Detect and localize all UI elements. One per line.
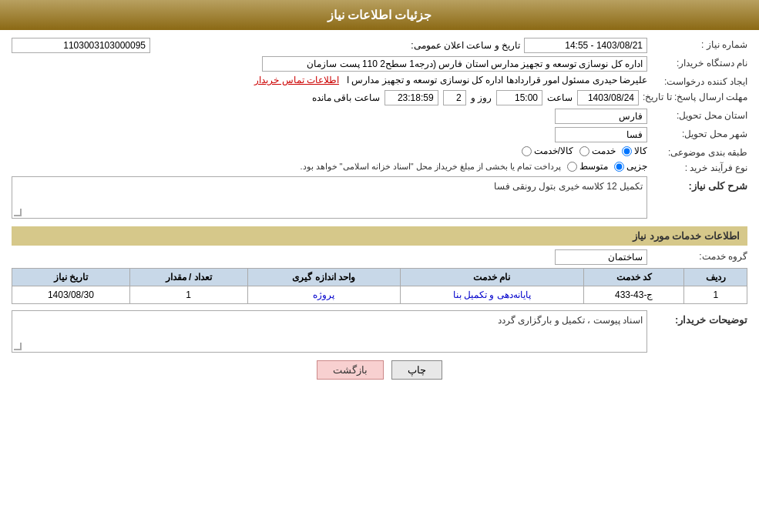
category-kala-khedmat-radio[interactable] [522, 146, 532, 156]
city-value: فسا [555, 127, 647, 142]
province-value-container: فارس [12, 109, 647, 124]
purchase-type-option-jozii[interactable]: جزیی [614, 161, 647, 172]
col-unit: واحد اندازه گیری [247, 269, 400, 286]
purchase-type-row: نوع فرآیند خرید : جزیی متوسط پرداخت تمام… [12, 161, 747, 173]
buyer-name-row: نام دستگاه خریدار: اداره کل نوسازی توسعه… [12, 56, 747, 72]
province-label: استان محل تحویل: [647, 109, 747, 121]
buyer-desc-label: توضیحات خریدار: [647, 310, 747, 326]
cell-name: پایانه‌دهی و تکمیل بنا [400, 286, 583, 304]
need-number-value: 1103003103000095 [12, 38, 150, 53]
page-wrapper: جزئیات اطلاعات نیاز شماره نیاز : 1103003… [0, 0, 759, 532]
purchase-type-jozii-radio[interactable] [614, 162, 624, 172]
purchase-type-motavaset-label: متوسط [579, 161, 608, 172]
purchase-type-motavaset-radio[interactable] [567, 162, 577, 172]
need-number-value-container: 1103003103000095 1403/08/21 - 14:55 تاری… [12, 38, 647, 53]
deadline-time-label: ساعت [547, 92, 573, 103]
buyer-name-value: اداره کل نوسازی توسعه و تجهیز مدارس استا… [262, 56, 647, 72]
purchase-type-note: پرداخت تمام یا بخشی از مبلغ خریداز محل "… [300, 162, 561, 172]
category-kala-khedmat-label: کالا/خدمت [534, 146, 573, 156]
category-label: طبقه بندی موضوعی: [647, 146, 747, 158]
services-section-header: اطلاعات خدمات مورد نیاز [12, 226, 747, 246]
deadline-days: 2 [443, 90, 466, 105]
col-quantity: تعداد / مقدار [129, 269, 247, 286]
deadline-date: 1403/08/24 [577, 90, 639, 105]
service-group-value: ساختمان [555, 249, 647, 265]
col-code: کد خدمت [583, 269, 683, 286]
category-option-khedmat[interactable]: خدمت [579, 146, 616, 156]
purchase-type-option-motavaset[interactable]: متوسط [567, 161, 608, 172]
page-title: جزئیات اطلاعات نیاز [327, 8, 432, 22]
main-content: شماره نیاز : 1103003103000095 1403/08/21… [0, 30, 759, 395]
category-option-kala-khedmat[interactable]: کالا/خدمت [522, 146, 573, 156]
cell-code: ج-43-433 [583, 286, 683, 304]
narration-container: تکمیل 12 کلاسه خیری بتول رونقی فسا [12, 176, 647, 220]
province-row: استان محل تحویل: فارس [12, 109, 747, 124]
col-row: ردیف [684, 269, 747, 286]
deadline-countdown: 23:18:59 [385, 90, 438, 105]
category-row: طبقه بندی موضوعی: کالا خدمت کالا/خدمت [12, 146, 747, 158]
deadline-remaining: ساعت باقی مانده [312, 92, 380, 103]
print-button[interactable]: چاپ [391, 360, 442, 380]
city-row: شهر محل تحویل: فسا [12, 127, 747, 142]
back-button[interactable]: بازگشت [317, 360, 384, 380]
service-group-label: گروه خدمت: [647, 249, 747, 262]
deadline-label: مهلت ارسال پاسخ: تا تاریخ: [639, 90, 747, 102]
narration-value: تکمیل 12 کلاسه خیری بتول رونقی فسا [494, 181, 643, 192]
buyer-name-label: نام دستگاه خریدار: [647, 56, 747, 69]
creator-value: علیرضا حیدری مسئول امور قراردادها اداره … [347, 75, 647, 85]
cell-quantity: 1 [129, 286, 247, 304]
col-date: تاریخ نیاز [12, 269, 130, 286]
buyer-name-value-container: اداره کل نوسازی توسعه و تجهیز مدارس استا… [12, 56, 647, 72]
purchase-type-label: نوع فرآیند خرید : [647, 161, 747, 173]
creator-value-container: علیرضا حیدری مسئول امور قراردادها اداره … [12, 75, 647, 85]
deadline-day-label: روز و [471, 92, 492, 103]
table-row: 1 ج-43-433 پایانه‌دهی و تکمیل بنا پروژه … [12, 286, 747, 304]
need-number-label: شماره نیاز : [647, 38, 747, 50]
deadline-time: 15:00 [496, 90, 542, 105]
buyer-desc-section: توضیحات خریدار: اسناد پیوست ، تکمیل و با… [12, 310, 747, 353]
cell-unit: پروژه [247, 286, 400, 304]
service-group-value-container: ساختمان [12, 249, 647, 265]
creator-label: ایجاد کننده درخواست: [647, 75, 747, 87]
announce-date-label: تاریخ و ساعت اعلان عمومی: [411, 40, 520, 51]
narration-label: شرح کلی نیاز: [647, 176, 747, 192]
city-value-container: فسا [12, 127, 647, 142]
narration-section: شرح کلی نیاز: تکمیل 12 کلاسه خیری بتول ر… [12, 176, 747, 220]
purchase-type-jozii-label: جزیی [626, 161, 647, 172]
category-option-kala[interactable]: کالا [622, 146, 647, 156]
creator-row: ایجاد کننده درخواست: علیرضا حیدری مسئول … [12, 75, 747, 87]
buyer-desc-area: اسناد پیوست ، تکمیل و بارگزاری گردد [12, 310, 647, 353]
deadline-row: مهلت ارسال پاسخ: تا تاریخ: 1403/08/24 سا… [12, 90, 747, 105]
buyer-desc-resize-handle [14, 343, 22, 350]
cell-date: 1403/08/30 [12, 286, 130, 304]
service-group-row: گروه خدمت: ساختمان [12, 249, 747, 265]
buttons-row: چاپ بازگشت [12, 360, 747, 380]
purchase-type-value-container: جزیی متوسط پرداخت تمام یا بخشی از مبلغ خ… [12, 161, 647, 172]
page-header: جزئیات اطلاعات نیاز [0, 0, 759, 30]
services-section-label: اطلاعات خدمات مورد نیاز [633, 230, 740, 242]
city-label: شهر محل تحویل: [647, 127, 747, 139]
province-value: فارس [555, 109, 647, 124]
narration-area: تکمیل 12 کلاسه خیری بتول رونقی فسا [12, 176, 647, 219]
purchase-type-radio-group: جزیی متوسط [567, 161, 647, 172]
category-khedmat-radio[interactable] [579, 146, 589, 156]
category-khedmat-label: خدمت [592, 146, 616, 156]
narration-resize-handle [14, 209, 22, 216]
col-name: نام خدمت [400, 269, 583, 286]
buyer-desc-value: اسناد پیوست ، تکمیل و بارگزاری گردد [498, 315, 643, 326]
announce-date-value: 1403/08/21 - 14:55 [524, 38, 647, 53]
cell-row: 1 [684, 286, 747, 304]
deadline-value-container: 1403/08/24 ساعت 15:00 روز و 2 23:18:59 س… [12, 90, 639, 105]
category-kala-radio[interactable] [622, 146, 632, 156]
category-kala-label: کالا [634, 146, 647, 156]
category-radio-group: کالا خدمت کالا/خدمت [12, 146, 647, 156]
services-table: ردیف کد خدمت نام خدمت واحد اندازه گیری ت… [12, 268, 747, 304]
need-number-row: شماره نیاز : 1103003103000095 1403/08/21… [12, 38, 747, 53]
table-header-row: ردیف کد خدمت نام خدمت واحد اندازه گیری ت… [12, 269, 747, 286]
buyer-desc-container: اسناد پیوست ، تکمیل و بارگزاری گردد [12, 310, 647, 353]
creator-link[interactable]: اطلاعات تماس خریدار [254, 75, 339, 85]
category-value-container: کالا خدمت کالا/خدمت [12, 146, 647, 156]
